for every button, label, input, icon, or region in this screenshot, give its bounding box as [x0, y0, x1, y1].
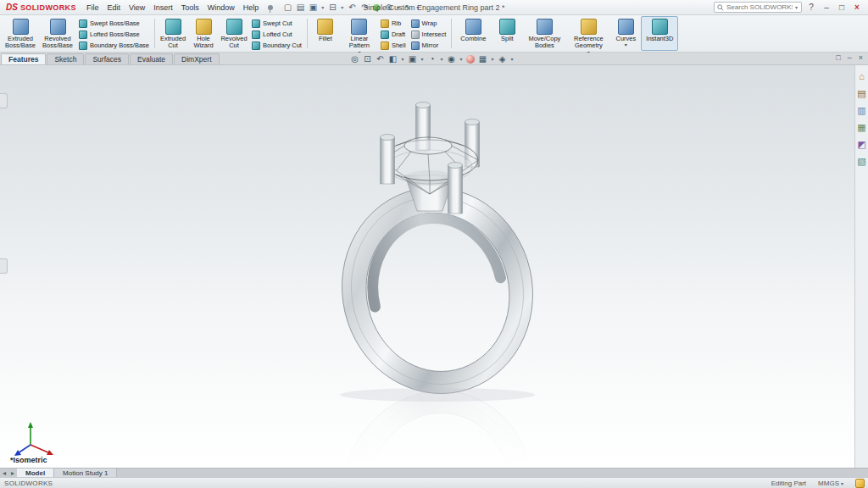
revolved-cut-button[interactable]: Revolved Cut	[219, 16, 249, 51]
menu-file[interactable]: File	[82, 3, 103, 13]
boundary-cut-button[interactable]: Boundary Cut	[249, 40, 304, 51]
menu-tools[interactable]: Tools	[177, 3, 203, 13]
linear-pattern-button[interactable]: Linear Pattern ▾	[341, 16, 378, 51]
tab-scroll-right-icon[interactable]: ▸	[8, 469, 17, 477]
instant3d-button[interactable]: Instant3D	[641, 16, 678, 51]
print-dropdown-caret[interactable]: ▾	[339, 4, 345, 10]
curves-label: Curves	[615, 36, 636, 42]
instant3d-icon	[652, 19, 668, 35]
undo-icon[interactable]: ↶	[346, 3, 358, 12]
split-button[interactable]: Split	[492, 16, 522, 51]
extruded-cut-button[interactable]: Extruded Cut	[158, 16, 188, 51]
document-window-controls: □ – ×	[836, 53, 863, 62]
shell-button[interactable]: Shell	[378, 40, 409, 51]
zoom-to-area-icon[interactable]: ⊡	[362, 54, 373, 64]
lofted-boss-button[interactable]: Lofted Boss/Base	[76, 29, 152, 40]
fillet-icon	[317, 19, 333, 35]
save-dropdown-caret[interactable]: ▾	[320, 4, 326, 10]
revolved-cut-label: Revolved Cut	[220, 36, 248, 50]
boundary-boss-icon	[79, 42, 87, 50]
curves-button[interactable]: Curves ▾	[610, 16, 641, 51]
print-icon[interactable]: ⊟	[326, 3, 338, 12]
menu-view[interactable]: View	[125, 3, 149, 13]
motion-study-tab[interactable]: Motion Study 1	[54, 469, 117, 478]
reference-geometry-button[interactable]: Reference Geometry ▾	[566, 16, 610, 51]
view-orientation-caret[interactable]: ▾	[420, 56, 425, 62]
combine-button[interactable]: Combine	[454, 16, 492, 51]
swept-boss-button[interactable]: Swept Boss/Base	[76, 18, 152, 29]
boundary-cut-icon	[252, 42, 260, 50]
revolved-boss-button[interactable]: Revolved Boss/Base	[39, 16, 76, 51]
view-settings-caret[interactable]: ▾	[509, 56, 515, 62]
move-copy-bodies-icon	[537, 19, 553, 35]
statusbar-right: Editing Part MMGS▾	[771, 479, 868, 488]
search-dropdown-caret[interactable]: ▾	[795, 4, 798, 10]
draft-button[interactable]: Draft	[378, 29, 409, 40]
tab-evaluate[interactable]: Evaluate	[130, 53, 173, 64]
menu-insert[interactable]: Insert	[149, 3, 177, 13]
tab-dimxpert[interactable]: DimXpert	[174, 53, 219, 64]
section-view-caret[interactable]: ▾	[400, 56, 405, 62]
intersect-icon	[411, 30, 420, 39]
solidworks-resources-icon[interactable]: ⌂	[859, 72, 865, 81]
view-settings-icon[interactable]: ◈	[497, 54, 508, 64]
units-selector[interactable]: MMGS▾	[818, 480, 843, 487]
wrap-button[interactable]: Wrap	[409, 18, 449, 29]
edit-appearance-icon[interactable]	[466, 55, 475, 64]
move-copy-bodies-button[interactable]: Move/Copy Bodies	[522, 16, 566, 51]
new-document-icon[interactable]: ▢	[281, 3, 293, 12]
save-icon[interactable]: ▣	[307, 3, 319, 12]
hide-show-items-caret[interactable]: ▾	[459, 56, 464, 62]
orientation-triad	[12, 419, 56, 458]
feature-tree-flyout-tab[interactable]	[0, 93, 8, 108]
appearances-scenes-icon[interactable]: ◩	[857, 140, 865, 149]
menu-window[interactable]: Window	[203, 3, 239, 13]
notification-icon[interactable]	[855, 479, 865, 488]
search-input[interactable]	[726, 3, 793, 11]
menu-pin-icon[interactable]	[268, 5, 273, 10]
intersect-button[interactable]: Intersect	[409, 29, 449, 40]
menu-help[interactable]: Help	[239, 3, 264, 13]
split-icon	[499, 19, 515, 35]
design-library-icon[interactable]: ▤	[857, 89, 865, 98]
fillet-button[interactable]: Fillet	[310, 16, 341, 51]
doc-close-icon[interactable]: ×	[859, 53, 863, 62]
display-style-icon[interactable]: ◔	[426, 54, 437, 64]
hole-wizard-button[interactable]: Hole Wizard	[188, 16, 219, 51]
swept-cut-button[interactable]: Swept Cut	[249, 18, 304, 29]
model-tab[interactable]: Model	[17, 469, 54, 478]
curves-icon	[618, 19, 634, 35]
window-close-button[interactable]: ×	[851, 3, 863, 12]
panel-splitter-tab[interactable]	[0, 258, 8, 274]
view-palette-icon[interactable]: ▦	[857, 123, 865, 132]
doc-restore-icon[interactable]: □	[836, 53, 840, 62]
tab-scroll-left-icon[interactable]: ◂	[0, 469, 8, 477]
cut-small-column: Swept Cut Lofted Cut Boundary Cut	[249, 16, 304, 51]
extruded-boss-button[interactable]: Extruded Boss/Base	[2, 16, 39, 51]
custom-properties-icon[interactable]: ▧	[857, 157, 865, 166]
help-search-box[interactable]: ▾	[714, 2, 802, 13]
window-maximize-button[interactable]: □	[836, 3, 848, 12]
open-icon[interactable]: ▤	[294, 3, 306, 12]
model-viewport[interactable]: *Isometric	[0, 65, 854, 468]
apply-scene-caret[interactable]: ▾	[490, 56, 495, 62]
view-orientation-icon[interactable]: ▣	[407, 54, 418, 64]
mirror-button[interactable]: Mirror	[409, 40, 449, 51]
file-explorer-icon[interactable]: ▥	[857, 106, 865, 115]
previous-view-icon[interactable]: ↶	[375, 54, 386, 64]
display-style-caret[interactable]: ▾	[439, 56, 444, 62]
apply-scene-icon[interactable]: ▦	[477, 54, 488, 64]
menu-edit[interactable]: Edit	[103, 3, 125, 13]
tab-surfaces[interactable]: Surfaces	[85, 53, 129, 64]
lofted-cut-button[interactable]: Lofted Cut	[249, 29, 304, 40]
tab-sketch[interactable]: Sketch	[47, 53, 84, 64]
hide-show-items-icon[interactable]: ◉	[446, 54, 457, 64]
zoom-to-fit-icon[interactable]: ◎	[349, 54, 360, 64]
window-minimize-button[interactable]: –	[821, 3, 832, 12]
rib-button[interactable]: Rib	[378, 18, 409, 29]
boundary-boss-button[interactable]: Boundary Boss/Base	[76, 40, 152, 51]
help-button[interactable]: ?	[805, 3, 817, 12]
doc-minimize-icon[interactable]: –	[848, 53, 852, 62]
tab-features[interactable]: Features	[1, 53, 46, 64]
section-view-icon[interactable]: ◧	[387, 54, 398, 64]
